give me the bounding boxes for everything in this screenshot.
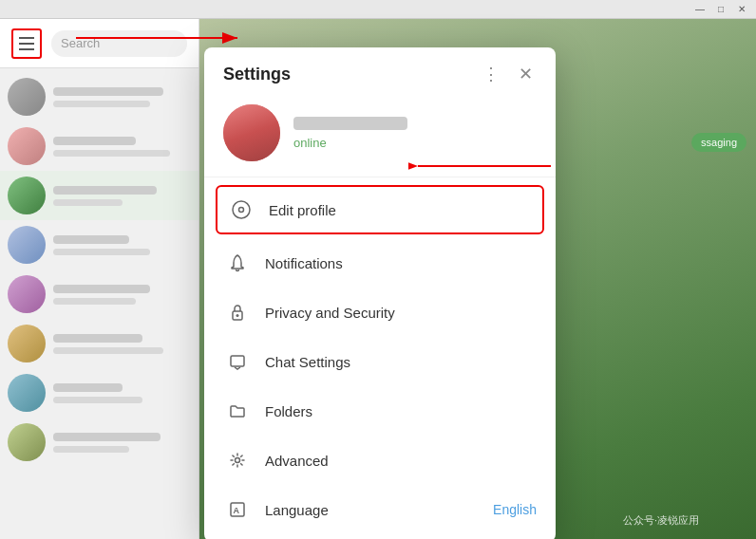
minimize-button[interactable]: —	[693, 3, 707, 16]
menu-item-chat-settings[interactable]: Chat Settings	[204, 337, 556, 386]
more-options-icon[interactable]: ⋮	[480, 63, 502, 85]
profile-info: online	[293, 117, 537, 150]
svg-point-11	[236, 458, 240, 463]
svg-text:A: A	[234, 506, 240, 515]
language-label: Language	[265, 502, 329, 518]
svg-point-6	[233, 201, 250, 218]
edit-profile-icon	[227, 195, 255, 224]
advanced-label: Advanced	[265, 453, 329, 469]
advanced-icon	[223, 446, 252, 474]
edit-profile-label: Edit profile	[269, 202, 336, 218]
privacy-security-label: Privacy and Security	[265, 305, 395, 321]
profile-section: online	[204, 93, 556, 177]
chat-settings-icon	[223, 347, 252, 376]
profile-avatar	[223, 104, 280, 161]
svg-point-9	[236, 314, 239, 317]
svg-point-7	[239, 208, 244, 213]
notifications-label: Notifications	[265, 255, 343, 271]
menu-item-privacy-security[interactable]: Privacy and Security	[204, 288, 556, 337]
language-icon: A	[223, 495, 252, 524]
menu-item-advanced[interactable]: Advanced	[204, 436, 556, 485]
close-button[interactable]: ✕	[735, 3, 748, 16]
profile-name-blurred	[293, 117, 407, 130]
modal-overlay: Settings ⋮ ✕ online	[0, 19, 756, 539]
avatar-image	[223, 104, 280, 161]
menu-item-language[interactable]: A Language English	[204, 485, 556, 534]
notifications-icon	[223, 249, 252, 277]
language-value: English	[493, 502, 537, 517]
settings-menu-list: Edit profile Notifications	[204, 177, 556, 539]
folders-icon	[223, 397, 252, 425]
menu-item-notifications[interactable]: Notifications	[204, 238, 556, 288]
chat-settings-label: Chat Settings	[265, 354, 350, 370]
profile-status: online	[293, 136, 537, 150]
close-modal-icon[interactable]: ✕	[514, 63, 537, 85]
header-actions: ⋮ ✕	[480, 63, 537, 85]
svg-rect-10	[231, 356, 244, 366]
modal-header: Settings ⋮ ✕	[204, 47, 556, 93]
folders-label: Folders	[265, 403, 312, 419]
settings-modal: Settings ⋮ ✕ online	[204, 47, 556, 539]
window-chrome: — □ ✕	[0, 0, 756, 19]
privacy-security-icon	[223, 298, 252, 326]
maximize-button[interactable]: □	[714, 3, 728, 16]
menu-item-folders[interactable]: Folders	[204, 386, 556, 436]
modal-title: Settings	[223, 65, 291, 84]
menu-item-edit-profile[interactable]: Edit profile	[216, 185, 544, 234]
